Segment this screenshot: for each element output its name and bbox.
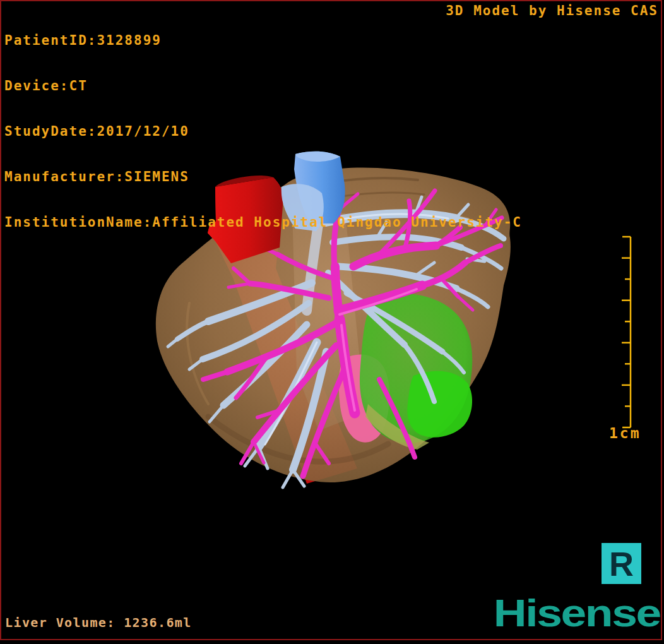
scale-ruler-label: 1cm <box>609 426 641 441</box>
hisense-logo: Hisense <box>494 590 660 635</box>
tumor-bright-lobe <box>407 371 472 438</box>
liver-volume-readout: Liver Volume: 1236.6ml <box>5 615 192 630</box>
manufacturer-line: Manufacturer:SIEMENS <box>4 169 522 184</box>
orientation-marker-r: R <box>602 543 641 584</box>
study-date-line: StudyDate:2017/12/10 <box>4 124 522 139</box>
patient-id-line: PatientID:3128899 <box>4 33 522 48</box>
institution-name-line: InstitutionName:Affiliated Hospital Qing… <box>4 215 522 230</box>
watermark-text: 3D Model by Hisense CAS <box>446 3 658 18</box>
patient-info-block: PatientID:3128899 Device:CT StudyDate:20… <box>4 3 522 260</box>
device-line: Device:CT <box>4 78 522 93</box>
hisense-cas-3d-viewer: PatientID:3128899 Device:CT StudyDate:20… <box>0 0 664 644</box>
scale-ruler <box>622 237 631 427</box>
